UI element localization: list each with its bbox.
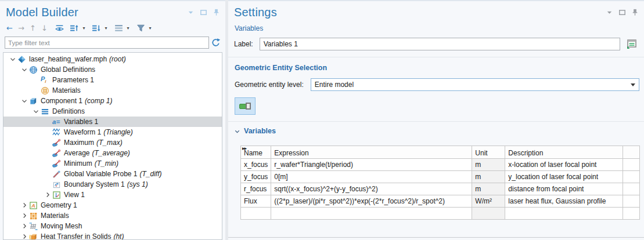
expression-cell[interactable]: 0[m] xyxy=(271,171,472,183)
active-selection-toggle-button[interactable] xyxy=(235,97,256,115)
pin-panel-icon[interactable] xyxy=(212,8,221,17)
table-row: y_focus 0[m] m y_location of laser focal… xyxy=(241,171,640,183)
tree-item-variables-1[interactable]: a= Variables 1 xyxy=(3,117,222,127)
column-header-unit[interactable]: Unit xyxy=(472,146,505,159)
expand-icon[interactable] xyxy=(20,232,29,240)
description-cell[interactable] xyxy=(505,208,623,220)
tree-item-global-definitions[interactable]: Global Definitions xyxy=(3,64,222,75)
table-row: Flux ((2*p_laser)/(pi*r_spot^2))*exp(-(2… xyxy=(241,195,640,208)
name-cell[interactable]: Flux xyxy=(241,195,271,208)
expand-icon[interactable] xyxy=(43,190,52,199)
boundary-system-icon xyxy=(52,180,63,189)
description-cell[interactable]: distance from focal point xyxy=(505,183,623,195)
description-cell[interactable]: y_location of laser focal point xyxy=(505,171,623,183)
selected-option: Entire model xyxy=(315,81,631,89)
move-down-icon[interactable]: ↓ xyxy=(39,23,49,33)
description-cell[interactable]: x-location of laser focal point xyxy=(505,159,623,171)
tree-item-heat-transfer[interactable]: Heat Transfer in Solids (ht) xyxy=(3,231,222,240)
refresh-icon[interactable] xyxy=(209,37,222,49)
section-header-variables[interactable]: Variables xyxy=(233,127,276,135)
global-probe-icon xyxy=(52,169,63,179)
geometric-entity-level-select[interactable]: Entire model xyxy=(311,78,639,91)
name-cell[interactable]: r_focus xyxy=(241,183,271,195)
parameters-icon: Pi xyxy=(41,75,51,85)
expand-icon[interactable] xyxy=(20,221,29,231)
tree-item-global-variable-probe-1[interactable]: Global Variable Probe 1 (T_diff) xyxy=(3,169,222,179)
move-up-icon[interactable]: ↑ xyxy=(28,23,38,33)
expression-cell[interactable] xyxy=(271,208,472,220)
mph-file-icon xyxy=(17,54,28,64)
expression-cell[interactable]: ((2*p_laser)/(pi*r_spot^2))*exp(-(2*r_fo… xyxy=(271,195,472,208)
collapse-all-dropdown-icon[interactable]: ▾ xyxy=(81,26,87,31)
comsol-window: Model Builder ← → ↑ ↓ ▾ ▾ ▾ xyxy=(0,0,644,240)
column-header-name[interactable]: ▶▶ Name xyxy=(241,146,271,159)
float-panel-icon[interactable] xyxy=(199,8,208,17)
settings-panel: Settings Variables Label: Geometric Enti… xyxy=(228,0,644,240)
tree-item-parameters-1[interactable]: Pi Parameters 1 xyxy=(3,75,222,85)
back-icon[interactable]: ← xyxy=(5,23,15,33)
show-icon[interactable] xyxy=(55,23,64,33)
next-section-edge xyxy=(228,237,644,238)
rename-button[interactable] xyxy=(624,37,639,51)
filter-dropdown-icon[interactable]: ▾ xyxy=(147,26,153,31)
tree-item-root[interactable]: laser_heating_wafer.mph (root) xyxy=(3,54,222,64)
name-cell[interactable] xyxy=(241,208,271,220)
toggle-icon xyxy=(239,103,251,110)
blank-cell xyxy=(623,171,640,183)
section-header-geometric-entity-selection[interactable]: Geometric Entity Selection xyxy=(235,64,327,72)
table-header-row: ▶▶ Name Expression Unit Description xyxy=(241,146,640,159)
blank-cell xyxy=(623,183,640,195)
column-header-description[interactable]: Description xyxy=(505,146,623,159)
unit-cell: m xyxy=(472,171,505,183)
filter-input[interactable] xyxy=(5,37,209,49)
expression-cell[interactable]: sqrt((x-x_focus)^2+(y-y_focus)^2) xyxy=(271,183,472,195)
expand-icon[interactable] xyxy=(20,211,29,220)
expression-cell[interactable]: r_wafer*Triangle(t/period) xyxy=(271,159,472,171)
table-row: x_focus r_wafer*Triangle(t/period) m x-l… xyxy=(241,159,640,171)
section-divider xyxy=(228,121,644,122)
model-builder-title: Model Builder xyxy=(6,6,78,19)
expand-icon[interactable] xyxy=(20,201,29,210)
label-field-label: Label: xyxy=(234,40,253,48)
panel-menu-icon[interactable] xyxy=(186,8,195,17)
model-builder-toolbar: ← → ↑ ↓ ▾ ▾ ▾ ▾ xyxy=(5,22,221,34)
collapse-icon[interactable] xyxy=(20,65,29,74)
unit-cell xyxy=(472,208,505,220)
expand-all-icon[interactable] xyxy=(92,23,102,33)
table-row xyxy=(241,208,640,220)
tree-item-materials[interactable]: Materials xyxy=(3,210,222,221)
pin-panel-icon[interactable] xyxy=(631,8,639,17)
description-cell[interactable]: laser heat flux, Gaussian profile xyxy=(505,195,623,208)
tree-item-maximum[interactable]: Maximum (T_max) xyxy=(3,137,222,148)
tree-item-materials-global[interactable]: Materials xyxy=(3,85,222,96)
tree-item-component-1[interactable]: Component 1 (comp 1) xyxy=(3,96,222,106)
tree-item-waveform-1[interactable]: Waveform 1 (Triangle) xyxy=(3,127,222,137)
go-to-node-dropdown-icon[interactable]: ▾ xyxy=(125,26,131,31)
tree-item-boundary-system-1[interactable]: Boundary System 1 (sys 1) xyxy=(3,179,222,190)
materials-icon xyxy=(29,211,39,220)
collapse-all-icon[interactable] xyxy=(70,23,80,33)
float-panel-icon[interactable] xyxy=(618,8,627,17)
tree-item-geometry-1[interactable]: A Geometry 1 xyxy=(3,200,222,210)
forward-icon[interactable]: → xyxy=(16,23,26,33)
definitions-icon xyxy=(41,107,51,116)
name-cell[interactable]: x_focus xyxy=(241,159,271,171)
expand-all-dropdown-icon[interactable]: ▾ xyxy=(103,26,109,31)
tree-item-view-1[interactable]: View 1 xyxy=(3,190,222,200)
tree-item-average[interactable]: Average (T_average) xyxy=(3,148,222,158)
collapse-icon[interactable] xyxy=(20,96,29,106)
geometric-entity-level-row: Geometric entity level: Entire model xyxy=(235,78,639,91)
tree-item-definitions[interactable]: Definitions xyxy=(3,106,222,117)
label-input[interactable] xyxy=(260,38,620,50)
go-to-node-icon[interactable] xyxy=(114,23,124,33)
name-cell[interactable]: y_focus xyxy=(241,171,271,183)
collapse-icon[interactable] xyxy=(31,107,41,116)
select-all-rows-icon[interactable]: ▶▶ xyxy=(242,146,246,150)
panel-menu-icon[interactable] xyxy=(605,8,614,17)
collapse-icon[interactable] xyxy=(8,54,17,64)
filter-icon[interactable] xyxy=(136,23,146,33)
unit-cell: m xyxy=(472,183,505,195)
tree-item-minimum[interactable]: Minimum (T_min) xyxy=(3,158,222,169)
column-header-expression[interactable]: Expression xyxy=(271,146,472,159)
tree-item-moving-mesh[interactable]: Moving Mesh xyxy=(3,221,222,231)
